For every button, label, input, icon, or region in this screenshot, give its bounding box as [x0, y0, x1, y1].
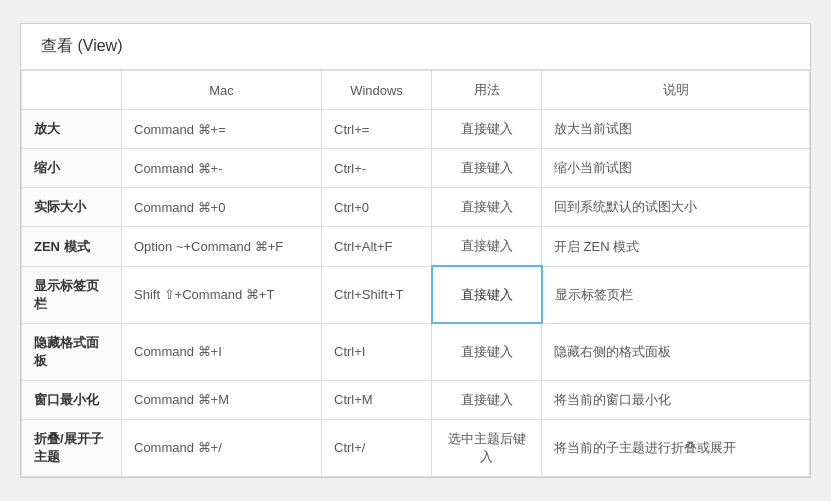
- shortcut-mac: Command ⌘+/: [122, 419, 322, 476]
- section-title: 查看 (View): [41, 37, 123, 54]
- shortcut-desc: 隐藏右侧的格式面板: [542, 323, 810, 380]
- shortcut-mac: Command ⌘+I: [122, 323, 322, 380]
- shortcut-usage: 直接键入: [432, 110, 542, 149]
- col-header-windows: Windows: [322, 71, 432, 110]
- table-row: 显示标签页栏Shift ⇧+Command ⌘+TCtrl+Shift+T直接键…: [22, 266, 810, 323]
- shortcut-windows: Ctrl+/: [322, 419, 432, 476]
- table-header-row: Mac Windows 用法 说明: [22, 71, 810, 110]
- shortcut-name: 实际大小: [22, 188, 122, 227]
- shortcut-usage: 直接键入: [432, 266, 542, 323]
- table-row: 实际大小Command ⌘+0Ctrl+0直接键入回到系统默认的试图大小: [22, 188, 810, 227]
- shortcut-mac: Command ⌘+M: [122, 380, 322, 419]
- table-row: 放大Command ⌘+=Ctrl+=直接键入放大当前试图: [22, 110, 810, 149]
- shortcut-desc: 缩小当前试图: [542, 149, 810, 188]
- shortcut-name: 显示标签页栏: [22, 266, 122, 323]
- shortcut-mac: Command ⌘+0: [122, 188, 322, 227]
- table-row: 隐藏格式面板Command ⌘+ICtrl+I直接键入隐藏右侧的格式面板: [22, 323, 810, 380]
- shortcut-usage: 直接键入: [432, 188, 542, 227]
- shortcut-name: 缩小: [22, 149, 122, 188]
- shortcut-usage: 直接键入: [432, 149, 542, 188]
- main-container: 查看 (View) Mac Windows 用法 说明 放大Command ⌘+…: [20, 23, 811, 478]
- shortcut-mac: Option ~+Command ⌘+F: [122, 227, 322, 267]
- table-row: 折叠/展开子主题Command ⌘+/Ctrl+/选中主题后键入将当前的子主题进…: [22, 419, 810, 476]
- shortcut-desc: 将当前的子主题进行折叠或展开: [542, 419, 810, 476]
- shortcut-usage: 选中主题后键入: [432, 419, 542, 476]
- shortcut-usage: 直接键入: [432, 227, 542, 267]
- shortcut-desc: 显示标签页栏: [542, 266, 810, 323]
- table-row: 缩小Command ⌘+-Ctrl+-直接键入缩小当前试图: [22, 149, 810, 188]
- table-row: ZEN 模式Option ~+Command ⌘+FCtrl+Alt+F直接键入…: [22, 227, 810, 267]
- shortcut-windows: Ctrl+M: [322, 380, 432, 419]
- shortcut-name: ZEN 模式: [22, 227, 122, 267]
- shortcut-desc: 开启 ZEN 模式: [542, 227, 810, 267]
- col-header-desc: 说明: [542, 71, 810, 110]
- shortcut-windows: Ctrl+-: [322, 149, 432, 188]
- shortcut-name: 放大: [22, 110, 122, 149]
- shortcut-usage: 直接键入: [432, 323, 542, 380]
- shortcut-mac: Command ⌘+=: [122, 110, 322, 149]
- shortcut-windows: Ctrl+0: [322, 188, 432, 227]
- shortcut-mac: Command ⌘+-: [122, 149, 322, 188]
- shortcut-mac: Shift ⇧+Command ⌘+T: [122, 266, 322, 323]
- shortcut-usage: 直接键入: [432, 380, 542, 419]
- shortcut-desc: 将当前的窗口最小化: [542, 380, 810, 419]
- shortcut-name: 窗口最小化: [22, 380, 122, 419]
- shortcut-windows: Ctrl+I: [322, 323, 432, 380]
- shortcut-windows: Ctrl+Alt+F: [322, 227, 432, 267]
- section-header: 查看 (View): [21, 24, 810, 70]
- shortcut-windows: Ctrl+Shift+T: [322, 266, 432, 323]
- shortcut-desc: 放大当前试图: [542, 110, 810, 149]
- col-header-mac: Mac: [122, 71, 322, 110]
- shortcut-windows: Ctrl+=: [322, 110, 432, 149]
- col-header-name: [22, 71, 122, 110]
- col-header-usage: 用法: [432, 71, 542, 110]
- table-row: 窗口最小化Command ⌘+MCtrl+M直接键入将当前的窗口最小化: [22, 380, 810, 419]
- shortcut-desc: 回到系统默认的试图大小: [542, 188, 810, 227]
- shortcut-name: 折叠/展开子主题: [22, 419, 122, 476]
- shortcuts-table: Mac Windows 用法 说明 放大Command ⌘+=Ctrl+=直接键…: [21, 70, 810, 477]
- shortcut-name: 隐藏格式面板: [22, 323, 122, 380]
